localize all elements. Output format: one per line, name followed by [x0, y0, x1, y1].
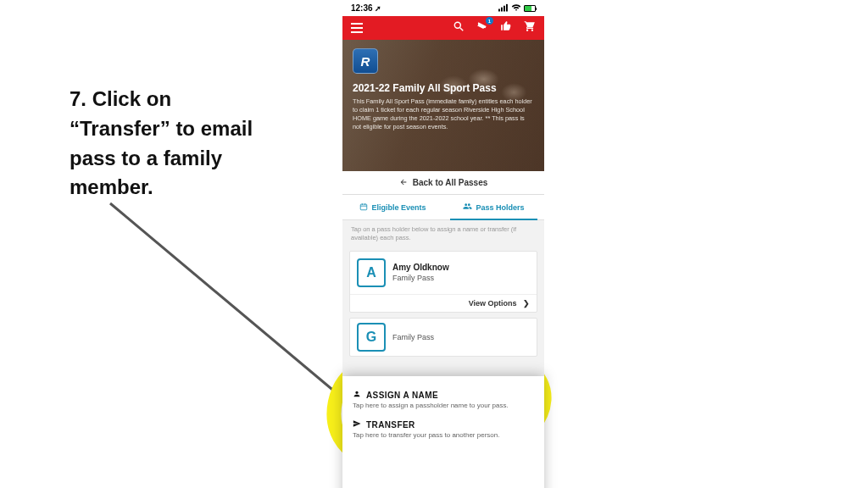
- instruction-text: 7. Click on “Transfer” to email pass to …: [70, 85, 273, 202]
- phone-frame: 12:36 ➚ 1: [342, 0, 544, 488]
- avatar: G: [357, 323, 386, 352]
- holder-pass-type: Family Pass: [392, 333, 434, 341]
- svg-rect-3: [504, 5, 505, 11]
- status-bar: 12:36 ➚: [342, 0, 544, 16]
- svg-rect-2: [501, 7, 503, 11]
- send-icon: [353, 419, 361, 430]
- tabs: Eligible Events Pass Holders: [342, 195, 544, 220]
- svg-line-6: [460, 28, 464, 31]
- chevron-right-icon: ❯: [523, 299, 530, 308]
- ticket-icon[interactable]: 1: [476, 20, 488, 36]
- battery-icon: [524, 5, 536, 12]
- menu-icon[interactable]: [351, 23, 363, 33]
- view-options-label: View Options: [469, 299, 517, 308]
- pass-title: 2021-22 Family All Sport Pass: [353, 82, 534, 94]
- wifi-icon: [511, 3, 521, 14]
- ticket-badge: 1: [486, 17, 493, 25]
- action-sheet: ASSIGN A NAME Tap here to assign a passh…: [342, 376, 544, 488]
- back-arrow-icon: [399, 178, 408, 188]
- search-icon[interactable]: [453, 20, 465, 36]
- tab-holders-label: Pass Holders: [476, 203, 524, 212]
- cart-icon[interactable]: [524, 20, 536, 36]
- tab-eligible-label: Eligible Events: [371, 203, 426, 212]
- status-time: 12:36 ➚: [351, 3, 381, 13]
- back-label: Back to All Passes: [413, 178, 488, 187]
- transfer-title: TRANSFER: [366, 420, 415, 430]
- avatar: A: [357, 258, 386, 287]
- thumbs-up-icon[interactable]: [500, 20, 512, 36]
- transfer-sub: Tap here to transfer your pass to anothe…: [353, 431, 534, 439]
- status-right: [498, 3, 536, 14]
- svg-point-5: [454, 22, 460, 28]
- tab-pass-holders[interactable]: Pass Holders: [443, 195, 544, 219]
- school-logo: R: [353, 48, 378, 74]
- svg-rect-7: [361, 204, 368, 210]
- transfer-option[interactable]: TRANSFER Tap here to transfer your pass …: [353, 414, 534, 444]
- assign-name-option[interactable]: ASSIGN A NAME Tap here to assign a passh…: [353, 385, 534, 414]
- assign-name-title: ASSIGN A NAME: [366, 391, 438, 400]
- holder-pass-type: Family Pass: [392, 274, 449, 282]
- hint-text: Tap on a pass holder below to assign a n…: [342, 220, 544, 247]
- calendar-icon: [359, 202, 368, 213]
- svg-line-0: [110, 203, 373, 424]
- svg-rect-1: [498, 8, 500, 11]
- location-services-icon: ➚: [375, 4, 381, 13]
- person-icon: [353, 390, 361, 400]
- assign-name-sub: Tap here to assign a passholder name to …: [353, 402, 534, 409]
- back-to-passes-button[interactable]: Back to All Passes: [342, 171, 544, 195]
- tab-eligible-events[interactable]: Eligible Events: [342, 195, 443, 219]
- holder-name: Amy Oldknow: [392, 263, 449, 272]
- svg-rect-4: [506, 3, 508, 11]
- passholder-card[interactable]: G Family Pass: [349, 318, 537, 357]
- app-header: 1: [342, 16, 544, 40]
- signal-icon: [498, 3, 509, 14]
- hero-banner: R 2021-22 Family All Sport Pass This Fam…: [342, 40, 544, 171]
- status-time-text: 12:36: [351, 3, 373, 13]
- passholder-card[interactable]: A Amy Oldknow Family Pass View Options ❯: [349, 251, 537, 313]
- people-icon: [463, 202, 472, 213]
- pass-description: This Family All Sport Pass (immediate fa…: [353, 97, 534, 130]
- view-options-button[interactable]: View Options ❯: [350, 294, 537, 312]
